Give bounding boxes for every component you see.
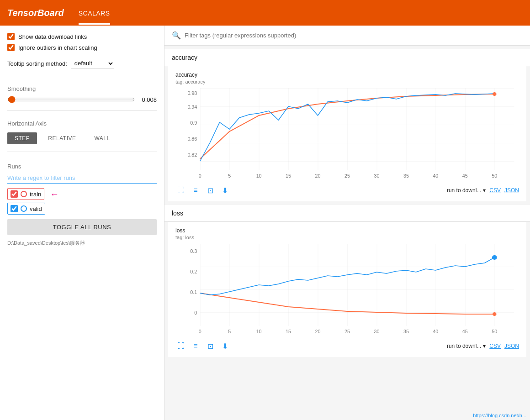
filter-bar: 🔍 — [164, 26, 530, 46]
arrow-indicator: ← — [50, 189, 59, 200]
tooltip-label: Tooltip sorting method: — [7, 60, 67, 67]
accuracy-chart: 0.98 0.94 0.9 0.86 0.82 0 5 10 15 20 25 … — [175, 88, 519, 179]
svg-text:40: 40 — [433, 173, 438, 178]
svg-text:25: 25 — [344, 329, 350, 334]
app-logo: TensorBoard — [7, 8, 64, 18]
json-link-loss[interactable]: JSON — [504, 343, 519, 349]
ignore-outliers-checkbox[interactable] — [7, 44, 15, 51]
accuracy-header: accuracy — [164, 49, 530, 66]
svg-text:50: 50 — [492, 329, 497, 334]
svg-text:40: 40 — [433, 329, 438, 334]
accuracy-download-row: run to downl... ▾ CSV JSON — [447, 187, 519, 194]
nav-scalars[interactable]: SCALARS — [79, 1, 110, 25]
svg-text:20: 20 — [315, 173, 321, 178]
svg-text:0.9: 0.9 — [190, 121, 197, 126]
run-valid-label: valid — [30, 205, 42, 212]
axis-relative-button[interactable]: RELATIVE — [41, 132, 83, 144]
smoothing-row: 0.008 — [7, 96, 157, 103]
svg-text:10: 10 — [256, 173, 262, 178]
loss-svg: 0.3 0.2 0.1 0 0 5 10 15 20 25 30 35 40 — [175, 244, 519, 335]
accuracy-svg: 0.98 0.94 0.9 0.86 0.82 0 5 10 15 20 25 … — [175, 88, 519, 179]
runs-title: Runs — [7, 163, 157, 170]
svg-text:5: 5 — [228, 173, 231, 178]
svg-text:0.82: 0.82 — [187, 152, 197, 158]
run-valid-dot — [21, 205, 27, 212]
axis-wall-button[interactable]: WALL — [87, 132, 117, 144]
svg-text:45: 45 — [462, 173, 468, 178]
csv-link-accuracy[interactable]: CSV — [489, 187, 501, 194]
runs-filter-input[interactable] — [7, 173, 157, 184]
svg-text:30: 30 — [374, 329, 379, 334]
loss-chart-tag: tag: loss — [175, 235, 519, 240]
svg-text:0: 0 — [199, 173, 201, 178]
smoothing-section: Smoothing 0.008 — [7, 84, 157, 103]
toggle-all-runs-button[interactable]: TOGGLE ALL RUNS — [7, 219, 157, 235]
svg-text:0.2: 0.2 — [190, 269, 197, 274]
download-icon[interactable]: ⬇ — [219, 185, 230, 196]
svg-text:50: 50 — [492, 173, 497, 178]
smoothing-title: Smoothing — [7, 85, 157, 92]
smoothing-slider[interactable] — [7, 96, 135, 103]
horizontal-axis-title: Horizontal Axis — [7, 120, 157, 127]
run-to-download-label-loss: run to downl... — [447, 343, 481, 349]
ignore-outliers-option[interactable]: Ignore outliers in chart scaling — [7, 44, 157, 51]
expand-icon-loss[interactable]: ⛶ — [175, 341, 186, 352]
accuracy-chart-card: accuracy tag: accuracy 0.98 0.94 — [168, 66, 526, 201]
csv-link-loss[interactable]: CSV — [489, 343, 501, 349]
axis-step-button[interactable]: STEP — [7, 132, 37, 144]
fit-icon[interactable]: ⊡ — [205, 185, 216, 196]
dropdown-icon: ▾ — [483, 187, 486, 194]
json-link-accuracy[interactable]: JSON — [504, 187, 519, 194]
expand-icon[interactable]: ⛶ — [175, 185, 186, 196]
accuracy-section: accuracy accuracy tag: accuracy 0 — [164, 49, 530, 201]
run-train-label: train — [30, 191, 41, 198]
svg-text:45: 45 — [462, 329, 468, 334]
svg-text:15: 15 — [286, 329, 291, 334]
dropdown-icon-loss: ▾ — [483, 343, 486, 349]
run-train-checkbox[interactable] — [11, 190, 18, 198]
run-valid-item[interactable]: valid — [7, 203, 45, 215]
loss-chart-card: loss tag: loss 0.3 0.2 0.1 — [168, 222, 526, 357]
svg-rect-18 — [200, 244, 514, 326]
loss-chart-title: loss — [175, 227, 519, 234]
tooltip-select[interactable]: default ascending descending — [71, 58, 114, 68]
runs-section: Runs train ← valid TOGGLE ALL RUNS D:\Da… — [7, 161, 157, 247]
run-to-download-label: run to downl... — [447, 187, 481, 194]
svg-text:0: 0 — [194, 310, 197, 315]
run-to-download-loss[interactable]: run to downl... ▾ — [447, 343, 486, 349]
show-download-checkbox[interactable] — [7, 33, 15, 40]
svg-point-34 — [493, 312, 497, 316]
menu-icon-loss[interactable]: ≡ — [190, 341, 201, 352]
footer-url: https://blog.csdn.net/n... — [473, 413, 526, 418]
svg-text:0: 0 — [199, 329, 201, 334]
svg-text:5: 5 — [228, 329, 231, 334]
svg-point-17 — [493, 92, 497, 96]
menu-icon[interactable]: ≡ — [190, 185, 201, 196]
loss-header: loss — [164, 205, 530, 222]
divider-2 — [7, 110, 157, 111]
run-to-download-accuracy[interactable]: run to downl... ▾ — [447, 187, 486, 194]
layout: Show data download links Ignore outliers… — [0, 26, 530, 420]
divider-3 — [7, 152, 157, 152]
svg-text:0.3: 0.3 — [190, 249, 197, 254]
divider-1 — [7, 76, 157, 76]
smoothing-value: 0.008 — [140, 96, 157, 103]
filter-input[interactable] — [185, 32, 523, 39]
run-train-item[interactable]: train — [7, 188, 44, 200]
svg-text:0.86: 0.86 — [187, 136, 197, 142]
ignore-outliers-label: Ignore outliers in chart scaling — [18, 44, 97, 51]
data-path: D:\Data_saved\Desktop\tes\服务器 — [7, 240, 157, 247]
download-icon-loss[interactable]: ⬇ — [219, 341, 230, 352]
svg-text:15: 15 — [286, 173, 291, 178]
show-download-option[interactable]: Show data download links — [7, 33, 157, 40]
fit-icon-loss[interactable]: ⊡ — [205, 341, 216, 352]
main-content: 🔍 accuracy accuracy tag: accuracy — [164, 26, 530, 420]
run-valid-checkbox[interactable] — [11, 205, 18, 212]
axis-buttons: STEP RELATIVE WALL — [7, 132, 157, 144]
svg-point-35 — [492, 255, 497, 260]
svg-text:20: 20 — [315, 329, 321, 334]
loss-download-row: run to downl... ▾ CSV JSON — [447, 343, 519, 349]
search-icon: 🔍 — [172, 31, 181, 40]
svg-text:35: 35 — [403, 329, 409, 334]
run-train-dot — [21, 191, 27, 197]
